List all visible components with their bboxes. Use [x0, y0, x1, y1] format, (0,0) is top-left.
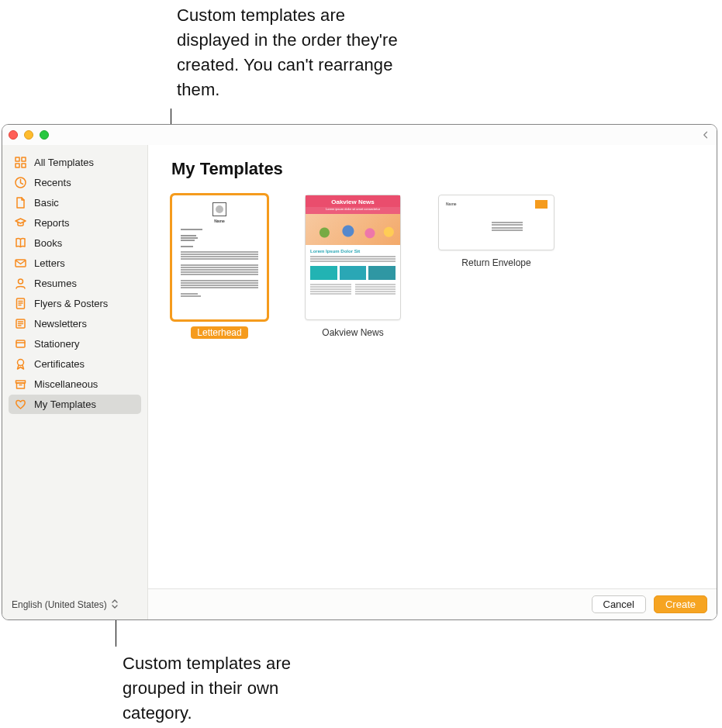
template-letterhead[interactable]: Name Letterhead	[171, 195, 268, 339]
envelope-icon	[14, 257, 27, 270]
template-thumbnail: Name	[171, 195, 268, 320]
svg-point-10	[18, 360, 24, 366]
ribbon-icon	[14, 357, 27, 371]
sidebar-item-label: Letters	[34, 257, 65, 269]
template-label: Letterhead	[191, 326, 247, 339]
sidebar-item-label: Reports	[34, 217, 70, 229]
sidebar-item-reports[interactable]: Reports	[9, 213, 141, 233]
titlebar	[2, 125, 717, 145]
chevron-left-icon	[701, 130, 710, 140]
close-window-button[interactable]	[9, 130, 18, 140]
archive-icon	[14, 378, 27, 391]
traffic-lights	[9, 130, 49, 140]
sidebar-item-stationery[interactable]: Stationery	[9, 334, 141, 354]
sidebar-item-label: Basic	[34, 197, 59, 209]
sidebar: All TemplatesRecentsBasicReportsBooksLet…	[2, 145, 148, 619]
template-return-envelope[interactable]: Name Return Envelope	[438, 195, 554, 269]
sidebar-item-certificates[interactable]: Certificates	[9, 354, 141, 374]
sidebar-item-label: Certificates	[34, 358, 85, 370]
template-label: Return Envelope	[455, 257, 537, 269]
zoom-window-button[interactable]	[40, 130, 49, 140]
doc-icon	[14, 196, 27, 209]
template-thumbnail: Oakview News Lorem ipsum dolor sit amet …	[305, 195, 401, 320]
sidebar-item-label: Stationery	[34, 338, 80, 350]
template-thumbnail: Name	[438, 195, 554, 250]
sidebar-item-resumes[interactable]: Resumes	[9, 274, 141, 293]
heart-icon	[14, 398, 27, 411]
person-icon	[14, 277, 27, 290]
grid-icon	[14, 156, 27, 169]
annotation-bottom: Custom templates are grouped in their ow…	[123, 651, 316, 726]
page-title: My Templates	[171, 159, 698, 179]
language-picker[interactable]: English (United States)	[9, 596, 141, 613]
svg-rect-9	[16, 340, 25, 347]
svg-rect-1	[22, 157, 26, 161]
sidebar-item-all-templates[interactable]: All Templates	[9, 153, 141, 172]
sidebar-item-miscellaneous[interactable]: Miscellaneous	[9, 374, 141, 394]
svg-point-6	[19, 279, 23, 284]
cancel-button[interactable]: Cancel	[592, 595, 646, 613]
template-oakview-news[interactable]: Oakview News Lorem ipsum dolor sit amet …	[305, 195, 401, 339]
sidebar-item-basic[interactable]: Basic	[9, 193, 141, 212]
book-icon	[14, 236, 27, 250]
sidebar-item-newsletters[interactable]: Newsletters	[9, 314, 141, 333]
sidebar-item-label: Miscellaneous	[34, 378, 98, 390]
updown-icon	[112, 599, 118, 610]
sidebar-item-my-templates[interactable]: My Templates	[9, 395, 141, 414]
svg-rect-3	[22, 164, 26, 167]
sidebar-item-recents[interactable]: Recents	[9, 173, 141, 192]
toggle-sidebar-button[interactable]	[700, 128, 712, 142]
clock-icon	[14, 176, 27, 189]
news-icon	[14, 317, 27, 330]
main-area: My Templates Name	[148, 145, 717, 619]
sidebar-item-label: All Templates	[34, 157, 94, 168]
sidebar-item-label: Resumes	[34, 278, 77, 289]
poster-icon	[14, 297, 27, 310]
template-chooser-window: All TemplatesRecentsBasicReportsBooksLet…	[2, 124, 717, 620]
footer: Cancel Create	[148, 588, 717, 619]
create-button[interactable]: Create	[654, 595, 707, 613]
minimize-window-button[interactable]	[24, 130, 33, 140]
language-label: English (United States)	[12, 599, 107, 610]
svg-rect-2	[16, 164, 19, 167]
sidebar-item-flyers-posters[interactable]: Flyers & Posters	[9, 294, 141, 313]
sidebar-item-label: My Templates	[34, 399, 96, 410]
sidebar-item-label: Newsletters	[34, 318, 87, 329]
academic-icon	[14, 216, 27, 229]
sidebar-item-label: Books	[34, 237, 62, 249]
annotation-top: Custom templates are displayed in the or…	[177, 3, 417, 102]
sidebar-item-label: Flyers & Posters	[34, 298, 108, 309]
sidebar-item-label: Recents	[34, 177, 71, 188]
stationery-icon	[14, 337, 27, 350]
svg-rect-12	[17, 383, 25, 388]
sidebar-item-letters[interactable]: Letters	[9, 254, 141, 273]
sidebar-item-books[interactable]: Books	[9, 233, 141, 253]
svg-rect-0	[16, 157, 19, 161]
template-label: Oakview News	[316, 326, 389, 339]
